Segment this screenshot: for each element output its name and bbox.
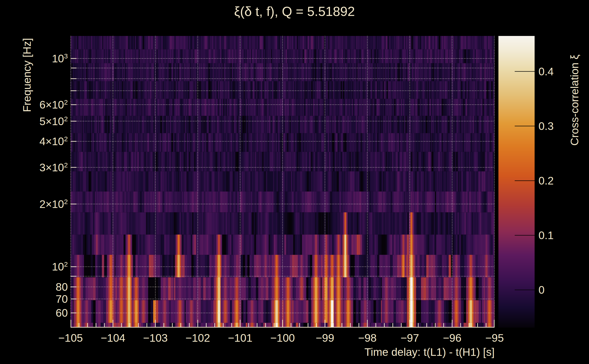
heatmap-canvas xyxy=(71,36,495,328)
x-tick-label: −98 xyxy=(358,332,376,344)
colorbar-canvas xyxy=(498,36,535,328)
y-tick-label: 102 xyxy=(52,260,68,273)
x-tick-label: −102 xyxy=(185,332,210,344)
y-tick-label: 4×102 xyxy=(39,135,68,148)
figure: ξ(δ t, f), Q = 5.51892 Frequency [Hz] 10… xyxy=(0,0,589,364)
colorbar-tick-label: 0 xyxy=(538,284,545,296)
y-tick-label: 80 xyxy=(56,281,68,293)
y-tick-label: 70 xyxy=(56,293,68,305)
colorbar-title: Cross-correlation ξ xyxy=(568,55,581,146)
x-axis-title: Time delay: t(L1) - t(H1) [s] xyxy=(0,346,495,358)
x-tick-label: −101 xyxy=(228,332,252,344)
y-tick-label: 3×102 xyxy=(39,161,68,174)
x-tick-label: −97 xyxy=(400,332,419,344)
y-axis-title: Frequency [Hz] xyxy=(21,38,33,112)
x-tick-label: −104 xyxy=(101,332,125,344)
colorbar-tick-label: 0.4 xyxy=(538,65,554,78)
y-tick-label: 2×102 xyxy=(39,198,68,210)
y-tick-label: 103 xyxy=(52,52,68,65)
colorbar-tick-label: 0.1 xyxy=(538,229,554,242)
y-tick-label: 60 xyxy=(56,307,68,319)
x-tick-label: −105 xyxy=(58,332,83,344)
x-tick-label: −100 xyxy=(270,332,295,344)
y-tick-label: 6×102 xyxy=(39,98,68,111)
x-tick-label: −103 xyxy=(143,332,168,344)
x-tick-label: −96 xyxy=(443,332,461,344)
plot-title: ξ(δ t, f), Q = 5.51892 xyxy=(0,4,589,19)
y-tick-label: 5×102 xyxy=(39,115,68,127)
x-tick-label: −95 xyxy=(485,332,504,344)
colorbar-tick-label: 0.2 xyxy=(538,175,554,187)
x-tick-label: −99 xyxy=(316,332,334,344)
colorbar-tick-label: 0.3 xyxy=(538,120,554,132)
